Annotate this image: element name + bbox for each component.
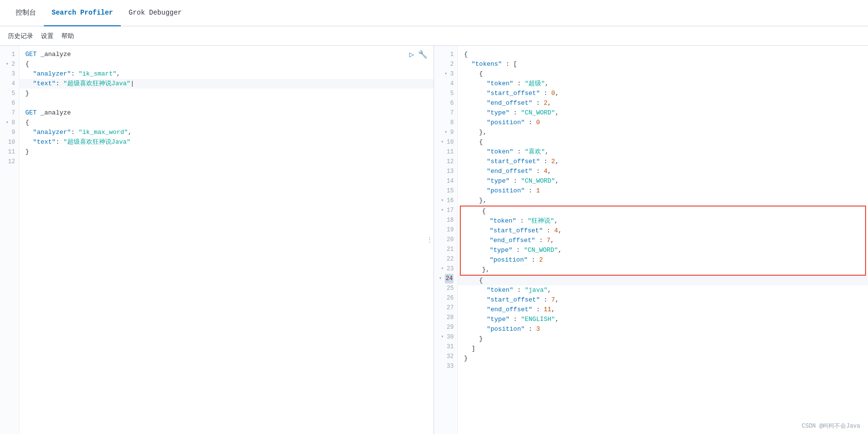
rline-33	[458, 363, 868, 373]
rln-11: 11	[434, 147, 457, 157]
rline-30: }	[458, 334, 868, 344]
left-toolbar: ▷ 🔧	[409, 50, 428, 59]
rline-12: "start_offset" : 2,	[458, 157, 868, 167]
rln-7: 7	[434, 108, 457, 118]
rfold-9[interactable]: ▾	[443, 130, 448, 135]
right-code-editor: 1 2 ▾3 4 5 6 7 8 ▾9 ▾10 11 12 13 14 15 ▾…	[434, 46, 868, 434]
rln-17: ▾17	[434, 206, 457, 215]
line-num-2: ▾2	[0, 59, 19, 69]
subnav-settings[interactable]: 设置	[41, 32, 54, 40]
rfold-16[interactable]: ▾	[440, 198, 445, 203]
rln-12: 12	[434, 157, 457, 167]
rfold-17[interactable]: ▾	[440, 208, 445, 213]
top-navigation: 控制台 Search Profiler Grok Debugger	[0, 0, 868, 26]
rln-31: 31	[434, 342, 457, 352]
left-code-line-5: }	[19, 89, 434, 98]
rline-31: ]	[458, 344, 868, 354]
rline-6: "end_offset" : 2,	[458, 98, 868, 108]
rfold-24[interactable]: ▾	[438, 276, 443, 281]
fold-icon-2[interactable]: ▾	[5, 62, 10, 67]
rln-4: 4	[434, 79, 457, 89]
line-num-3: 3	[0, 69, 19, 79]
rln-28: 28	[434, 313, 457, 322]
rln-32: 32	[434, 352, 457, 361]
tab-console[interactable]: 控制台	[8, 0, 44, 26]
rln-18: 18	[434, 215, 457, 225]
rln-25: 25	[434, 283, 457, 293]
rline-2: "tokens" : [	[458, 59, 868, 69]
rline-17: {	[461, 207, 865, 216]
rln-23: ▾23	[434, 264, 457, 274]
left-code-line-1: GET _analyze	[19, 50, 434, 59]
line-num-1: 1	[0, 50, 19, 59]
rln-21: 21	[434, 245, 457, 254]
run-icon[interactable]: ▷	[409, 50, 414, 59]
rfold-23[interactable]: ▾	[440, 266, 445, 271]
wrench-icon[interactable]: 🔧	[418, 50, 428, 59]
rln-24: ▾24	[434, 274, 457, 283]
rline-7: "type" : "CN_WORD",	[458, 108, 868, 118]
left-code-line-11: }	[19, 147, 434, 157]
main-content: 1 ▾2 3 4 5 6 7 ▾8 9 10 11 12 ▷ 🔧 GET _an…	[0, 46, 868, 434]
rline-16: },	[458, 196, 868, 206]
watermark: CSDN @柯柯不会Java	[802, 422, 860, 430]
rline-1: {	[458, 50, 868, 59]
rline-9: },	[458, 128, 868, 137]
rline-3: {	[458, 69, 868, 79]
rfold-3[interactable]: ▾	[443, 72, 448, 76]
rln-15: 15	[434, 186, 457, 196]
rline-5: "start_offset" : 0,	[458, 89, 868, 98]
rline-28: "type" : "ENGLISH",	[458, 315, 868, 324]
rline-23: },	[461, 265, 865, 275]
rline-13: "end_offset" : 4,	[458, 167, 868, 176]
rline-22: "position" : 2	[461, 255, 865, 265]
rline-21: "type" : "CN_WORD",	[461, 245, 865, 255]
right-line-numbers: 1 2 ▾3 4 5 6 7 8 ▾9 ▾10 11 12 13 14 15 ▾…	[434, 46, 458, 434]
rln-2: 2	[434, 59, 457, 69]
line-num-12: 12	[0, 157, 19, 167]
rline-11: "token" : "喜欢",	[458, 147, 868, 157]
right-editor-panel: 1 2 ▾3 4 5 6 7 8 ▾9 ▾10 11 12 13 14 15 ▾…	[434, 46, 868, 434]
rline-26: "start_offset" : 7,	[458, 295, 868, 305]
left-code-line-4: "text": "超级喜欢狂神说Java"|	[19, 79, 434, 89]
left-code-line-7: GET _analyze	[19, 108, 434, 118]
rline-18: "token" : "狂神说",	[461, 216, 865, 226]
highlight-block: { "token" : "狂神说", "start_offset" : 4, "…	[460, 206, 866, 276]
rln-10: ▾10	[434, 137, 457, 147]
tab-grok-debugger[interactable]: Grok Debugger	[121, 0, 189, 26]
rln-8: 8	[434, 118, 457, 128]
subnav-help[interactable]: 帮助	[61, 32, 74, 40]
rln-27: 27	[434, 303, 457, 313]
left-code-editor: 1 ▾2 3 4 5 6 7 ▾8 9 10 11 12 ▷ 🔧 GET _an…	[0, 46, 434, 434]
rln-6: 6	[434, 98, 457, 108]
rline-10: {	[458, 137, 868, 147]
left-code-line-9: "analyzer": "ik_max_word",	[19, 128, 434, 137]
rln-26: 26	[434, 293, 457, 303]
rfold-30[interactable]: ▾	[440, 335, 445, 340]
tab-search-profiler[interactable]: Search Profiler	[44, 0, 121, 26]
sub-navigation: 历史记录 设置 帮助	[0, 26, 868, 46]
line-num-7: 7	[0, 108, 19, 118]
left-code-content[interactable]: ▷ 🔧 GET _analyze { "analyzer": "ik_smart…	[19, 46, 434, 434]
rln-14: 14	[434, 176, 457, 186]
rln-33: 33	[434, 361, 457, 371]
left-line-numbers: 1 ▾2 3 4 5 6 7 ▾8 9 10 11 12	[0, 46, 19, 434]
rline-14: "type" : "CN_WORD",	[458, 176, 868, 186]
rln-19: 19	[434, 225, 457, 235]
fold-icon-8[interactable]: ▾	[5, 120, 10, 125]
line-num-8: ▾8	[0, 118, 19, 128]
rfold-10[interactable]: ▾	[440, 140, 445, 145]
rline-29: "position" : 3	[458, 324, 868, 334]
rline-24: {	[458, 276, 868, 285]
subnav-history[interactable]: 历史记录	[8, 32, 33, 40]
left-code-line-2: {	[19, 59, 434, 69]
rln-13: 13	[434, 167, 457, 176]
left-editor-panel: 1 ▾2 3 4 5 6 7 ▾8 9 10 11 12 ▷ 🔧 GET _an…	[0, 46, 434, 434]
line-num-10: 10	[0, 137, 19, 147]
rline-19: "start_offset" : 4,	[461, 226, 865, 236]
rln-30: ▾30	[434, 332, 457, 342]
rline-20: "end_offset" : 7,	[461, 236, 865, 245]
rline-8: "position" : 0	[458, 118, 868, 128]
panel-resize-handle[interactable]: ⋮	[426, 230, 434, 250]
right-code-content[interactable]: { "tokens" : [ { "token" : "超级", "start_…	[458, 46, 868, 434]
